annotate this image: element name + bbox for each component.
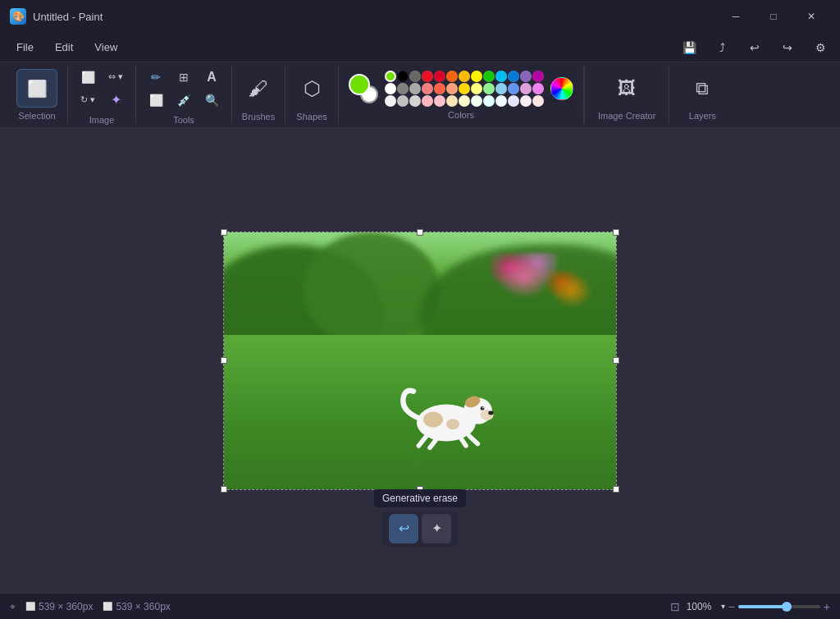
window-controls: ─ □ ✕ bbox=[717, 3, 830, 30]
swatch-tomato[interactable] bbox=[434, 83, 445, 94]
swatch-salmon[interactable] bbox=[446, 83, 458, 94]
settings-button[interactable]: ⚙ bbox=[807, 36, 833, 59]
swatch-cyan[interactable] bbox=[495, 71, 507, 82]
handle-bot-right[interactable] bbox=[613, 486, 619, 493]
swatch-pink2[interactable] bbox=[434, 95, 445, 107]
swatch-green[interactable] bbox=[385, 71, 396, 82]
zoom-button[interactable]: 🔍 bbox=[199, 89, 225, 112]
swatch-gray2[interactable] bbox=[397, 83, 409, 94]
zoom-dropdown-button[interactable]: ▾ bbox=[721, 602, 725, 611]
status-bar: ⌖ ⬜ 539 × 360px ⬜ 539 × 360px ⊡ 100% ▾ −… bbox=[0, 593, 840, 619]
colors-label: Colors bbox=[448, 110, 474, 120]
swatch-cornblue[interactable] bbox=[508, 83, 519, 94]
layers-button[interactable]: ⧉ bbox=[682, 69, 722, 108]
swatch-ly[interactable] bbox=[471, 83, 482, 94]
selection-size-text: 539 × 360px bbox=[39, 601, 93, 612]
zoom-in-button[interactable]: + bbox=[824, 600, 830, 613]
handle-top-mid[interactable] bbox=[417, 229, 423, 236]
swatch-moccasin[interactable] bbox=[446, 95, 458, 107]
svg-line-12 bbox=[430, 439, 436, 447]
generative-erase-button[interactable]: ↩ bbox=[389, 514, 418, 543]
crop-button[interactable]: ⬜ bbox=[75, 66, 101, 89]
ai-select-button[interactable]: ✦ bbox=[103, 89, 129, 112]
swatch-pink1[interactable] bbox=[422, 83, 433, 94]
swatch-mistyrose[interactable] bbox=[520, 95, 532, 107]
eyedropper-button[interactable]: 💉 bbox=[171, 89, 197, 112]
save-button[interactable]: 💾 bbox=[676, 36, 702, 59]
swatch-gold2[interactable] bbox=[459, 83, 470, 94]
swatch-lpink[interactable] bbox=[422, 95, 433, 107]
swatch-aliceblue[interactable] bbox=[495, 95, 507, 107]
swatch-lavender[interactable] bbox=[508, 95, 519, 107]
swatch-lgray[interactable] bbox=[409, 83, 421, 94]
swatch-seashell[interactable] bbox=[532, 95, 544, 107]
swatch-red2[interactable] bbox=[434, 71, 445, 82]
swatch-violet[interactable] bbox=[532, 83, 544, 94]
handle-top-right[interactable] bbox=[613, 229, 619, 236]
swatch-lgreen[interactable] bbox=[483, 83, 495, 94]
menu-view[interactable]: View bbox=[84, 38, 127, 57]
handle-mid-right[interactable] bbox=[613, 357, 619, 364]
zoom-fit-icon[interactable]: ⊡ bbox=[670, 600, 680, 613]
handle-top-left[interactable] bbox=[221, 229, 227, 236]
layers-label: Layers bbox=[689, 111, 716, 121]
swatch-lime[interactable] bbox=[483, 71, 495, 82]
swatch-snow[interactable] bbox=[385, 95, 396, 107]
selection-button[interactable]: ⬜ bbox=[16, 69, 57, 108]
handle-mid-left[interactable] bbox=[221, 357, 227, 364]
swatch-silver[interactable] bbox=[397, 95, 409, 107]
bucket-button[interactable]: ⊞ bbox=[171, 66, 197, 89]
zoom-slider[interactable] bbox=[738, 605, 820, 608]
swatch-honeydew[interactable] bbox=[471, 95, 482, 107]
menu-file[interactable]: File bbox=[7, 38, 43, 57]
share-button[interactable]: ⤴ bbox=[709, 36, 735, 59]
color-picker-button[interactable] bbox=[550, 77, 573, 100]
maximize-button[interactable]: □ bbox=[755, 3, 792, 30]
text-button[interactable]: A bbox=[199, 66, 225, 89]
brushes-label: Brushes bbox=[242, 112, 275, 122]
color-row-3 bbox=[385, 95, 544, 107]
swatch-white[interactable] bbox=[385, 83, 396, 94]
menu-edit[interactable]: Edit bbox=[45, 38, 83, 57]
swatch-azure[interactable] bbox=[483, 95, 495, 107]
shapes-label: Shapes bbox=[296, 112, 326, 122]
swatch-magenta[interactable] bbox=[532, 71, 544, 82]
minimize-button[interactable]: ─ bbox=[717, 3, 755, 30]
swatch-yellow[interactable] bbox=[471, 71, 482, 82]
foreground-color[interactable] bbox=[349, 74, 370, 95]
swatch-skyblue[interactable] bbox=[495, 83, 507, 94]
brushes-button[interactable]: 🖌 bbox=[239, 69, 278, 108]
layers-group: ⧉ Layers bbox=[669, 66, 735, 124]
shapes-button[interactable]: ⬡ bbox=[292, 69, 331, 108]
swatch-black[interactable] bbox=[397, 71, 409, 82]
pencil-button[interactable]: ✏ bbox=[143, 66, 169, 89]
eraser-button[interactable]: ⬜ bbox=[143, 89, 169, 112]
image-row1: ⬜ ⇔ ▾ bbox=[75, 66, 129, 89]
rotate-button[interactable]: ↻ ▾ bbox=[75, 89, 101, 112]
status-bar-right: ⊡ 100% ▾ − + bbox=[670, 600, 830, 613]
swatch-gold[interactable] bbox=[459, 71, 470, 82]
handle-bot-left[interactable] bbox=[221, 486, 227, 493]
swatch-plum[interactable] bbox=[520, 83, 532, 94]
zoom-out-button[interactable]: − bbox=[728, 600, 735, 613]
swatch-red1[interactable] bbox=[422, 71, 433, 82]
swatch-orange[interactable] bbox=[446, 71, 458, 82]
menu-bar: File Edit View 💾 ⤴ ↩ ↪ ⚙ bbox=[0, 33, 840, 62]
swatch-purple[interactable] bbox=[520, 71, 532, 82]
swatch-lgray2[interactable] bbox=[409, 95, 421, 107]
color-swatches bbox=[385, 71, 544, 107]
generative-erase-label: Generative erase bbox=[374, 489, 466, 507]
swatch-lemon[interactable] bbox=[459, 95, 470, 107]
redo-button[interactable]: ↪ bbox=[774, 36, 801, 59]
title-left: 🎨 Untitled - Paint bbox=[10, 8, 103, 25]
swatch-blue[interactable] bbox=[508, 71, 519, 82]
image-creator-button[interactable]: 🖼 bbox=[607, 69, 646, 108]
magic-select-button[interactable]: ✦ bbox=[422, 514, 451, 543]
undo-button[interactable]: ↩ bbox=[742, 36, 768, 59]
tools-label: Tools bbox=[173, 115, 194, 125]
close-button[interactable]: ✕ bbox=[792, 3, 830, 30]
toolbar: ⬜ Selection ⬜ ⇔ ▾ ↻ ▾ ✦ Image ✏ ⊞ A ⬜ 💉 … bbox=[0, 62, 840, 128]
colors-group: Colors bbox=[339, 66, 584, 124]
resize-button[interactable]: ⇔ ▾ bbox=[103, 66, 129, 89]
swatch-gray[interactable] bbox=[409, 71, 421, 82]
